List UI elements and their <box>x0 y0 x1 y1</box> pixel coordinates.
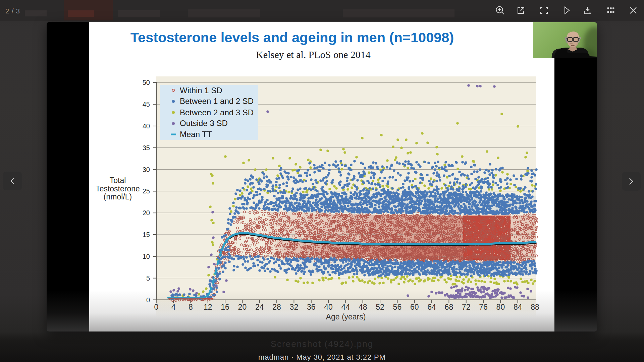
svg-text:45: 45 <box>143 101 150 108</box>
svg-text:25: 25 <box>143 187 150 195</box>
svg-text:15: 15 <box>143 231 150 238</box>
svg-text:20: 20 <box>143 209 150 217</box>
svg-text:Between 1 and 2 SD: Between 1 and 2 SD <box>180 97 254 106</box>
svg-text:Between 2 and 3 SD: Between 2 and 3 SD <box>180 108 254 117</box>
svg-text:40: 40 <box>143 122 150 130</box>
svg-text:30: 30 <box>143 166 150 173</box>
svg-text:(nmol/L): (nmol/L) <box>104 192 132 201</box>
svg-text:Within 1 SD: Within 1 SD <box>180 86 222 95</box>
svg-text:Testosterone: Testosterone <box>96 184 140 193</box>
svg-text:Mean TT: Mean TT <box>180 130 212 139</box>
svg-text:Total: Total <box>110 176 126 185</box>
svg-text:5: 5 <box>146 275 150 282</box>
svg-text:35: 35 <box>143 144 150 152</box>
svg-text:Outside 3 SD: Outside 3 SD <box>180 119 228 128</box>
svg-text:10: 10 <box>143 253 150 260</box>
svg-text:50: 50 <box>143 79 150 86</box>
